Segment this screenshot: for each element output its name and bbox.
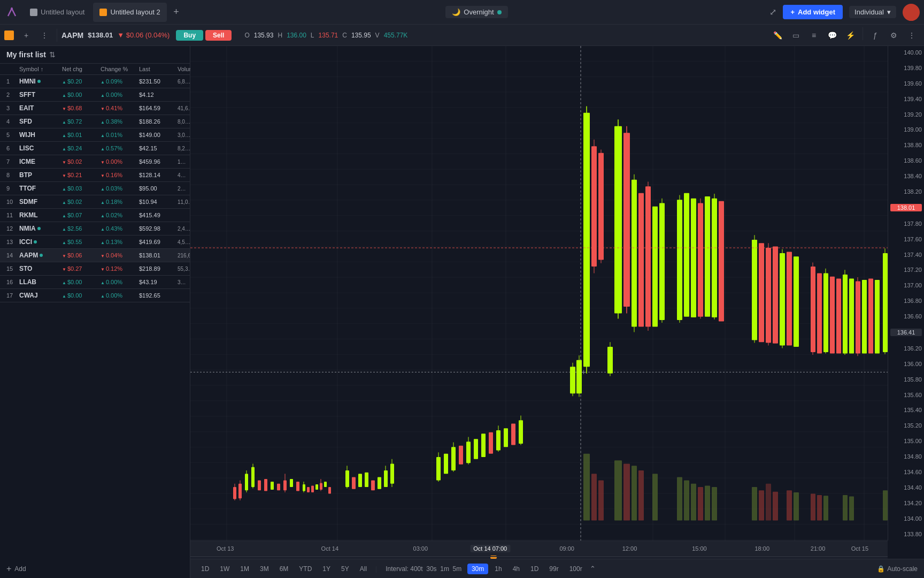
tab-untitled-layout[interactable]: Untitled layout (24, 3, 91, 22)
col-symbol[interactable]: Symbol ↑ (19, 66, 62, 72)
table-row[interactable]: 2 SFFT $0.00 0.00% $4.12 (0, 88, 190, 102)
avatar[interactable] (903, 4, 920, 21)
svg-rect-159 (823, 496, 828, 520)
interval-1h[interactable]: 1h (490, 564, 506, 574)
text-tool[interactable]: ≡ (806, 27, 822, 43)
list-header: My first list ⇅ (0, 46, 190, 64)
net-change: $0.00 (62, 279, 101, 285)
sell-button[interactable]: Sell (205, 30, 232, 41)
change-pct: 0.41% (101, 105, 139, 111)
interval-all[interactable]: All (356, 564, 371, 574)
price-139-2: 139.20 (890, 111, 922, 118)
symbol-cell: LLAB (19, 278, 62, 286)
interval-99r[interactable]: 99r (545, 564, 563, 574)
v-value: 455.77K (384, 32, 408, 39)
table-row[interactable]: 11 RKML $0.07 0.02% $415.49 (0, 209, 190, 222)
more-options-button[interactable]: ⋮ (36, 27, 52, 43)
svg-rect-39 (324, 482, 327, 487)
svg-rect-155 (787, 490, 792, 520)
change-pct: 0.38% (101, 118, 139, 125)
overnight-button[interactable]: 🌙 Overnight (445, 6, 507, 18)
add-stock-button[interactable]: + Add (0, 560, 190, 578)
table-row[interactable]: 13 ICCI $0.55 0.13% $419.69 4,5… (0, 235, 190, 249)
last-price: $231.50 (139, 78, 178, 85)
table-row[interactable]: 8 BTP $0.21 0.16% $128.14 4… (0, 169, 190, 182)
expand-icon[interactable]: ⤢ (769, 7, 776, 17)
net-change: $0.24 (62, 145, 101, 151)
net-change: $0.02 (62, 158, 101, 165)
symbol-cell: NMIA (19, 225, 62, 232)
interval-30m[interactable]: 30m (467, 564, 488, 574)
time-axis: Oct 13 Oct 14 03:00 0… Oct 14 07:00 09:0… (190, 541, 888, 556)
more-chart-options[interactable]: ⋮ (904, 27, 920, 43)
comment-tool[interactable]: 💬 (824, 27, 840, 43)
interval-1d-2[interactable]: 1D (526, 564, 543, 574)
col-last[interactable]: Last (139, 66, 178, 72)
col-netchg[interactable]: Net chg (62, 66, 101, 72)
table-row[interactable]: 15 STO $0.27 0.12% $218.89 55,3… (0, 262, 190, 276)
table-row[interactable]: 5 WIJH $0.01 0.01% $149.00 3,0… (0, 128, 190, 142)
table-row[interactable]: 12 NMIA $2.56 0.43% $592.98 2,4… (0, 222, 190, 235)
add-widget-button[interactable]: + Add widget (783, 5, 843, 19)
down-arrow-icon (62, 172, 66, 178)
sort-icon[interactable]: ⇅ (49, 50, 56, 59)
auto-scale-button[interactable]: 🔒 Auto-scale (877, 565, 918, 573)
chart-svg: + (190, 46, 924, 541)
net-change: $0.21 (62, 172, 101, 178)
svg-rect-146 (684, 481, 689, 521)
table-row[interactable]: 3 EAIT $0.68 0.41% $164.59 41,6… (0, 102, 190, 115)
svg-rect-95 (684, 193, 689, 317)
table-row[interactable]: 10 SDMF $0.02 0.18% $10.94 11,0… (0, 195, 190, 209)
table-row[interactable]: 9 TTOF $0.03 0.03% $95.00 2… (0, 182, 190, 195)
table-row[interactable]: 6 LISC $0.24 0.57% $42.15 8,2… (0, 142, 190, 155)
formula-tool[interactable]: ƒ (867, 27, 883, 43)
time-oct14: Oct 14 (321, 545, 338, 552)
layout-select[interactable]: Individual ▾ (849, 6, 896, 18)
price-134: 134.00 (890, 515, 922, 522)
time-0900: 09:00 (559, 545, 574, 552)
interval-1m[interactable]: 1M (236, 564, 253, 574)
symbol-cell: TTOF (19, 185, 62, 192)
interval-1w[interactable]: 1W (215, 564, 234, 574)
rectangle-tool[interactable]: ▭ (788, 27, 804, 43)
interval-100r[interactable]: 100r (565, 564, 587, 574)
interval-1d[interactable]: 1D (197, 564, 213, 574)
buy-button[interactable]: Buy (176, 30, 203, 41)
change-pct: 0.01% (101, 132, 139, 138)
table-row[interactable]: 4 SFD $0.72 0.38% $188.26 8,0… (0, 115, 190, 128)
row-number: 13 (6, 239, 19, 245)
indicator-tool[interactable]: ⚡ (842, 27, 858, 43)
table-row[interactable]: 17 CWAJ $0.00 0.00% $192.65 (0, 289, 190, 302)
add-tab-button[interactable]: + (169, 5, 184, 20)
volume: 2… (178, 186, 190, 192)
draw-tool[interactable]: ✏️ (769, 27, 786, 43)
symbol-cell: RKML (19, 211, 62, 219)
interval-ytd[interactable]: YTD (295, 564, 316, 574)
price-133-8: 133.80 (890, 531, 922, 537)
table-row[interactable]: 16 LLAB $0.00 0.00% $43.19 3… (0, 276, 190, 289)
dot-icon (37, 227, 41, 230)
symbol-name[interactable]: AAPM (61, 31, 83, 40)
interval-5y[interactable]: 5Y (337, 564, 353, 574)
svg-rect-112 (794, 256, 799, 347)
svg-rect-122 (849, 279, 854, 354)
tab-untitled-layout-2[interactable]: Untitled layout 2 (93, 3, 166, 22)
col-change[interactable]: Change % (101, 66, 139, 72)
interval-chevron[interactable]: ⌃ (590, 565, 596, 573)
svg-rect-57 (459, 446, 463, 465)
change-pct: 0.04% (101, 252, 139, 258)
table-row[interactable]: 14 AAPM $0.06 0.04% $138.01 216,6… (0, 249, 190, 262)
symbol-change: ▼ $0.06 (0.04%) (117, 31, 170, 39)
add-widget-toolbar-button[interactable]: + (18, 27, 34, 43)
up-arrow-icon (101, 78, 105, 85)
settings-tool[interactable]: ⚙ (886, 27, 902, 43)
svg-text:+: + (582, 368, 586, 377)
chart-area[interactable]: + (190, 46, 924, 541)
last-price: $4.12 (139, 92, 178, 98)
interval-3m[interactable]: 3M (256, 564, 273, 574)
interval-1y[interactable]: 1Y (318, 564, 335, 574)
table-row[interactable]: 7 ICME $0.02 0.00% $459.96 1… (0, 155, 190, 169)
interval-4h[interactable]: 4h (509, 564, 524, 574)
table-row[interactable]: 1 HMNI $0.20 0.09% $231.50 6,8… (0, 75, 190, 88)
interval-6m[interactable]: 6M (275, 564, 293, 574)
